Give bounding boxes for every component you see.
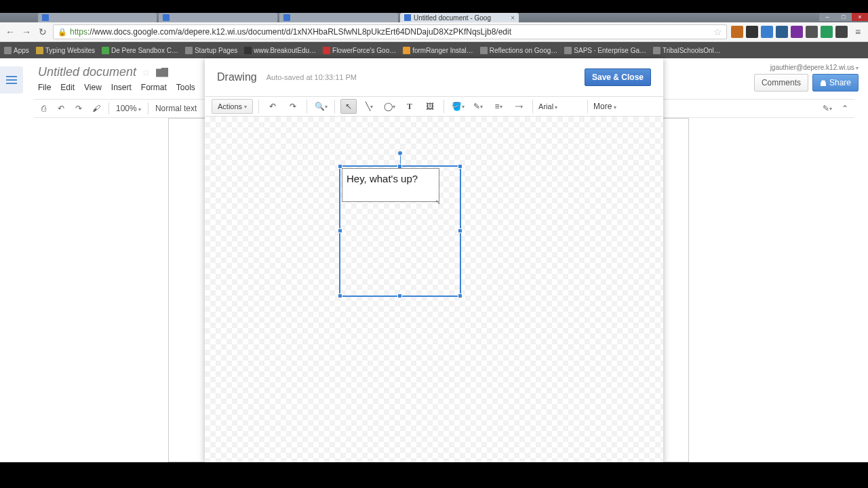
selected-textbox[interactable]: Hey, what's up? ⤡ [339, 165, 461, 297]
image-tool-icon[interactable]: 🖼 [422, 99, 438, 114]
drawing-toolbar: Actions ↶ ↷ 🔍 ↖ ╲ ◯ 𝐓 🖼 🪣 ✎ ≡ ┄ Arial Mo… [205, 96, 663, 117]
favicon-icon [283, 14, 290, 21]
select-tool-icon[interactable]: ↖ [340, 99, 357, 114]
favicon-icon [163, 14, 170, 21]
user-email[interactable]: jgauthier@depere.k12.wi.us [754, 64, 859, 71]
line-dash-icon[interactable]: ┄ [511, 99, 527, 114]
menu-format[interactable]: Format [141, 83, 167, 92]
bookmark-icon [36, 47, 43, 54]
shape-tool-icon[interactable]: ◯ [381, 99, 397, 114]
window-controls: – □ × [819, 13, 868, 21]
drawing-title: Drawing [217, 71, 257, 83]
separator [443, 100, 444, 113]
collapse-icon[interactable]: ⌃ [840, 103, 850, 114]
maximize-button[interactable]: □ [835, 13, 852, 21]
document-title[interactable]: Untitled document [38, 65, 136, 79]
ext-icon[interactable] [791, 26, 803, 38]
bookmark[interactable]: Reflections on Goog… [480, 47, 558, 54]
resize-handle[interactable] [338, 228, 342, 233]
bookmark[interactable]: Apps [4, 47, 29, 54]
bookmark[interactable]: TribalSchoolsOnl… [653, 47, 721, 54]
rotation-handle[interactable] [397, 150, 403, 156]
folder-icon[interactable] [156, 68, 168, 77]
bookmark[interactable]: formRanger Instal… [403, 47, 473, 54]
docs-header-right: jgauthier@depere.k12.wi.us Comments Shar… [754, 64, 859, 92]
ext-icon[interactable] [746, 26, 758, 38]
ext-icon[interactable] [806, 26, 818, 38]
bookmark-icon [564, 47, 572, 54]
undo-icon[interactable]: ↶ [264, 99, 281, 114]
menu-file[interactable]: File [38, 83, 51, 92]
ext-icon[interactable] [761, 26, 773, 38]
url-field[interactable]: 🔒 https://www.docs.google.com/a/depere.k… [53, 24, 727, 39]
back-button[interactable]: ← [4, 26, 16, 38]
menu-view[interactable]: View [84, 83, 102, 92]
favicon-icon [42, 14, 49, 21]
ext-icon[interactable] [731, 26, 743, 38]
ext-icon[interactable] [835, 26, 848, 38]
line-tool-icon[interactable]: ╲ [361, 99, 377, 114]
drawing-canvas[interactable]: Hey, what's up? ⤡ [205, 117, 663, 462]
resize-handle[interactable] [458, 293, 462, 298]
bookmark[interactable]: De Pere Sandbox C… [102, 47, 178, 54]
resize-handle[interactable] [458, 228, 462, 233]
ext-icon[interactable] [821, 26, 833, 38]
bookmark-icon [4, 47, 12, 54]
font-select[interactable]: Arial [538, 102, 582, 110]
resize-handle[interactable] [458, 164, 462, 169]
forward-button[interactable]: → [20, 26, 33, 38]
line-weight-icon[interactable]: ≡ [490, 99, 507, 114]
redo-icon[interactable]: ↷ [285, 99, 301, 114]
fill-color-icon[interactable]: 🪣 [450, 99, 466, 114]
drawing-dialog: Drawing Auto-saved at 10:33:11 PM Save &… [205, 58, 663, 462]
undo-icon[interactable]: ↶ [56, 103, 66, 114]
reload-button[interactable]: ↻ [37, 26, 49, 38]
browser-tab[interactable] [279, 13, 398, 22]
print-icon[interactable]: ⎙ [38, 103, 49, 114]
comments-button[interactable]: Comments [754, 74, 808, 92]
menu-tools[interactable]: Tools [176, 83, 195, 92]
browser-tab[interactable] [38, 13, 157, 22]
menu-insert[interactable]: Insert [111, 83, 132, 92]
ext-icon[interactable] [776, 26, 788, 38]
editing-mode-icon[interactable]: ✎ [822, 103, 833, 114]
line-color-icon[interactable]: ✎ [470, 99, 486, 114]
bookmark[interactable]: FlowerForce's Goo… [323, 47, 396, 54]
bookmark-icon [323, 47, 330, 54]
resize-handle[interactable] [338, 293, 342, 298]
separator [587, 100, 588, 113]
textbox-content[interactable]: Hey, what's up? [342, 168, 439, 202]
close-tab-icon[interactable]: × [511, 14, 515, 22]
actions-menu[interactable]: Actions [212, 99, 253, 114]
menu-edit[interactable]: Edit [60, 83, 75, 92]
url-rest: ://www.docs.google.com/a/depere.k12.wi.u… [87, 27, 511, 37]
browser-tab[interactable] [159, 13, 277, 22]
docs-menu-toggle[interactable] [0, 66, 23, 94]
share-button[interactable]: Share [812, 74, 859, 92]
zoom-select[interactable]: 100% [116, 104, 141, 113]
bookmark[interactable]: Startup Pages [185, 47, 237, 54]
zoom-icon[interactable]: 🔍 [313, 99, 329, 114]
text-resize-icon[interactable]: ⤡ [435, 199, 441, 205]
paint-format-icon[interactable]: 🖌 [91, 103, 102, 114]
save-and-close-button[interactable]: Save & Close [585, 68, 651, 86]
close-window-button[interactable]: × [852, 13, 868, 21]
textbox-tool-icon[interactable]: 𝐓 [401, 99, 418, 114]
bookmark-star-icon[interactable]: ☆ [713, 26, 722, 37]
bookmark-icon [185, 47, 193, 54]
browser-tab-active[interactable]: Untitled document - Goog × [400, 13, 519, 22]
extension-icons [731, 26, 848, 38]
star-icon[interactable]: ☆ [142, 67, 151, 78]
paragraph-style-select[interactable]: Normal text [155, 104, 197, 113]
resize-handle[interactable] [397, 293, 402, 298]
redo-icon[interactable]: ↷ [73, 103, 84, 114]
more-menu[interactable]: More [593, 102, 616, 111]
bookmark[interactable]: Typing Websites [36, 47, 95, 54]
bookmarks-bar: Apps Typing Websites De Pere Sandbox C… … [0, 42, 868, 58]
minimize-button[interactable]: – [819, 13, 835, 21]
browser-tabstrip: Untitled document - Goog × – □ × [0, 13, 868, 22]
bookmark[interactable]: SAPS · Enterprise Ga… [564, 47, 646, 54]
bookmark[interactable]: www.BreakoutEdu… [244, 47, 316, 54]
browser-address-bar: ← → ↻ 🔒 https://www.docs.google.com/a/de… [0, 22, 868, 42]
chrome-menu-icon[interactable]: ≡ [852, 26, 864, 38]
